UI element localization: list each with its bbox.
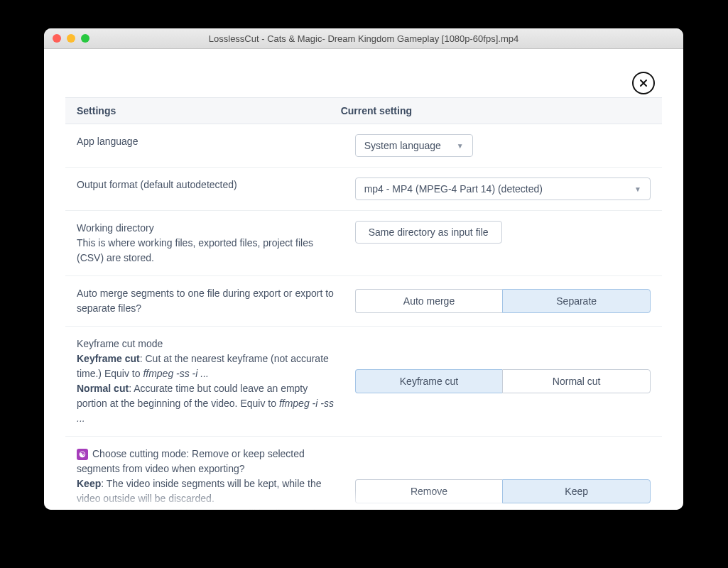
label-working-directory: Working directory This is where working …: [77, 221, 355, 266]
label-keyframe-cut: Keyframe cut mode Keyframe cut: Cut at t…: [77, 337, 355, 426]
keep-desc: : The video inside segments will be kept…: [77, 478, 321, 504]
row-app-language: App language System language ▼: [65, 124, 662, 168]
label-auto-merge: Auto merge segments to one file during e…: [77, 286, 355, 316]
row-working-directory: Working directory This is where working …: [65, 211, 662, 276]
remove-option-label: Remove: [411, 486, 447, 497]
window-zoom-icon[interactable]: [81, 34, 89, 43]
row-keyframe-cut: Keyframe cut mode Keyframe cut: Cut at t…: [65, 327, 662, 437]
cutting-mode-toggle: Remove Keep: [355, 479, 651, 503]
close-button[interactable]: [632, 72, 655, 94]
language-select[interactable]: System language ▼: [355, 134, 473, 157]
working-dir-title: Working directory: [77, 222, 154, 234]
keep-option-label: Keep: [565, 486, 588, 497]
normal-cut-option[interactable]: Normal cut: [502, 369, 651, 393]
label-cutting-mode: ☯Choose cutting mode: Remove or keep sel…: [77, 447, 355, 510]
remove-term: Remove: [77, 508, 115, 510]
keyframe-cut-cmd: ffmpeg -ss -i ...: [143, 368, 209, 379]
auto-merge-toggle: Auto merge Separate: [355, 289, 651, 313]
normal-cut-term: Normal cut: [77, 383, 129, 394]
window-title: LosslessCut - Cats & Magic- Dream Kingdo…: [44, 33, 683, 44]
chevron-down-icon: ▼: [457, 142, 464, 150]
keep-term: Keep: [77, 478, 101, 489]
header-settings: Settings: [77, 105, 341, 116]
separate-option[interactable]: Separate: [502, 289, 651, 313]
window-close-icon[interactable]: [53, 34, 61, 43]
output-format-select[interactable]: mp4 - MP4 (MPEG-4 Part 14) (detected) ▼: [355, 178, 651, 200]
working-dir-button-label: Same directory as input file: [369, 226, 489, 238]
keyframe-cut-term: Keyframe cut: [77, 353, 140, 364]
language-select-value: System language: [364, 140, 441, 151]
keep-option[interactable]: Keep: [502, 479, 651, 503]
keyframe-cut-option-label: Keyframe cut: [400, 376, 458, 387]
settings-panel: Settings Current setting App language Sy…: [44, 49, 683, 510]
normal-cut-option-label: Normal cut: [553, 376, 601, 387]
keyframe-cut-option[interactable]: Keyframe cut: [355, 369, 503, 393]
header-current-setting: Current setting: [341, 105, 651, 116]
keyframe-toggle: Keyframe cut Normal cut: [355, 369, 651, 393]
working-dir-desc: This is where working files, exported fi…: [77, 237, 313, 263]
settings-table: Settings Current setting App language Sy…: [65, 97, 662, 510]
titlebar: LosslessCut - Cats & Magic- Dream Kingdo…: [44, 28, 683, 49]
auto-merge-option[interactable]: Auto merge: [355, 289, 503, 313]
window-minimize-icon[interactable]: [67, 34, 75, 43]
working-dir-button[interactable]: Same directory as input file: [355, 221, 502, 244]
label-output-format: Output format (default autodetected): [77, 178, 355, 200]
app-window: LosslessCut - Cats & Magic- Dream Kingdo…: [44, 28, 683, 510]
chevron-down-icon: ▼: [634, 185, 641, 193]
remove-option[interactable]: Remove: [355, 479, 503, 503]
keyframe-title: Keyframe cut mode: [77, 338, 163, 349]
row-cutting-mode: ☯Choose cutting mode: Remove or keep sel…: [65, 437, 662, 510]
table-header: Settings Current setting: [65, 97, 662, 124]
yin-yang-icon: ☯: [77, 449, 88, 460]
label-app-language: App language: [77, 134, 355, 157]
row-output-format: Output format (default autodetected) mp4…: [65, 168, 662, 211]
output-format-value: mp4 - MP4 (MPEG-4 Part 14) (detected): [364, 183, 543, 195]
close-icon: [639, 78, 648, 88]
auto-merge-option-label: Auto merge: [403, 295, 455, 307]
row-auto-merge: Auto merge segments to one file during e…: [65, 276, 662, 327]
cutting-mode-intro: Choose cutting mode: Remove or keep sele…: [77, 448, 305, 474]
traffic-lights: [53, 34, 89, 43]
separate-option-label: Separate: [556, 295, 597, 307]
